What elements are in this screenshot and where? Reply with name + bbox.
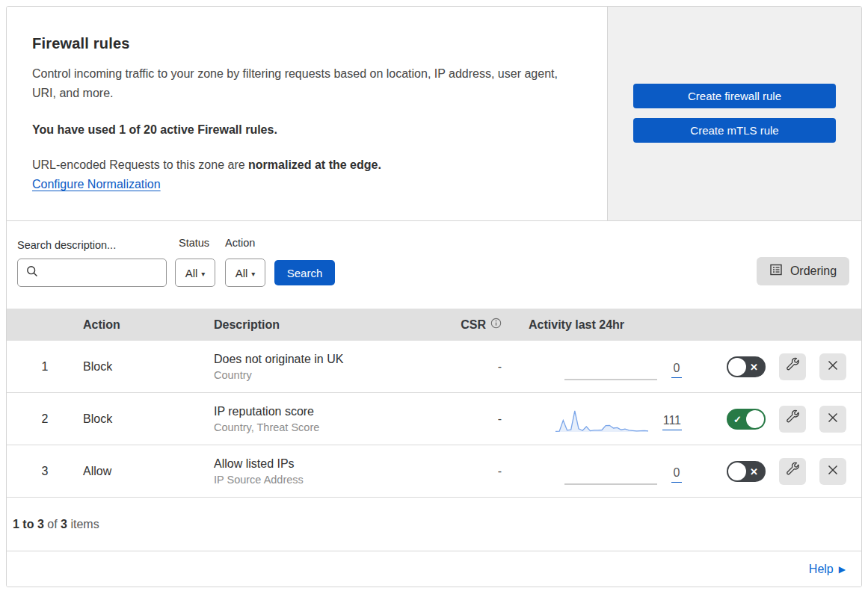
activity-count-link[interactable]: 0 — [671, 362, 682, 378]
col-csr: CSR — [449, 318, 502, 332]
activity-count-link[interactable]: 0 — [671, 466, 682, 483]
wrench-icon — [784, 409, 801, 428]
action-dropdown[interactable]: All ▾ — [225, 259, 265, 287]
rule-description: IP reputation score Country, Threat Scor… — [214, 405, 449, 433]
firewall-rules-panel: Firewall rules Control incoming traffic … — [6, 6, 862, 587]
rule-csr: - — [449, 412, 502, 426]
table-header: Action Description CSR Activity last 24h… — [7, 309, 861, 341]
search-icon — [26, 265, 38, 280]
col-description: Description — [214, 318, 449, 332]
help-bar: Help ▶ — [7, 551, 861, 587]
chevron-down-icon: ▾ — [251, 270, 255, 278]
help-link[interactable]: Help ▶ — [809, 563, 846, 576]
ordering-button[interactable]: Ordering — [757, 257, 849, 285]
rule-number: 1 — [7, 360, 83, 374]
activity-sparkline — [564, 355, 658, 385]
rule-controls: ✓ ✕ — [689, 406, 861, 433]
toggle-knob — [728, 462, 746, 480]
ordering-button-label: Ordering — [790, 264, 837, 278]
rule-activity: 0 — [502, 454, 689, 489]
wrench-icon — [784, 357, 801, 376]
close-icon — [825, 358, 840, 375]
status-label: Status — [179, 237, 209, 249]
toggle-knob — [746, 410, 764, 428]
close-icon — [825, 410, 840, 427]
rule-number: 3 — [7, 465, 83, 478]
usage-summary: You have used 1 of 20 active Firewall ru… — [32, 123, 577, 137]
header-info-card: Firewall rules Control incoming traffic … — [7, 7, 608, 220]
edit-rule-button[interactable] — [779, 406, 806, 433]
arrow-right-icon: ▶ — [839, 564, 846, 575]
delete-rule-button[interactable] — [819, 458, 846, 485]
rule-activity: 111 — [502, 401, 689, 437]
search-input[interactable] — [43, 267, 156, 279]
x-icon: ✕ — [750, 465, 758, 477]
rule-fields: Country — [214, 369, 449, 381]
activity-sparkline — [555, 407, 649, 437]
action-label: Action — [225, 237, 255, 249]
chevron-down-icon: ▾ — [201, 270, 205, 278]
table-row: 3 Allow Allow listed IPs IP Source Addre… — [7, 445, 861, 498]
rule-controls: ✓ ✕ — [689, 458, 861, 485]
rule-fields: IP Source Address — [214, 474, 449, 486]
status-dropdown-value: All — [185, 267, 198, 279]
info-icon[interactable] — [490, 318, 502, 332]
check-icon: ✓ — [733, 413, 742, 424]
page-title: Firewall rules — [32, 35, 577, 52]
col-activity: Activity last 24hr — [502, 318, 689, 332]
header-actions-panel: Create firewall rule Create mTLS rule — [608, 7, 861, 220]
rule-description: Allow listed IPs IP Source Address — [214, 457, 449, 486]
close-icon — [825, 462, 840, 480]
delete-rule-button[interactable] — [819, 406, 846, 433]
rule-csr: - — [449, 360, 502, 374]
rule-fields: Country, Threat Score — [214, 421, 449, 433]
x-icon: ✕ — [750, 361, 758, 372]
edit-rule-button[interactable] — [779, 353, 806, 380]
rule-controls: ✓ ✕ — [689, 353, 861, 380]
status-dropdown[interactable]: All ▾ — [175, 259, 215, 287]
page-description: Control incoming traffic to your zone by… — [32, 64, 559, 103]
header-section: Firewall rules Control incoming traffic … — [7, 7, 861, 221]
ordering-list-icon — [769, 263, 783, 279]
action-dropdown-value: All — [236, 267, 248, 279]
table-row: 1 Block Does not originate in UK Country… — [7, 341, 861, 393]
create-mtls-rule-button[interactable]: Create mTLS rule — [633, 118, 836, 143]
pagination-summary: 1 to 3 of 3 items — [7, 498, 861, 551]
table-row: 2 Block IP reputation score Country, Thr… — [7, 393, 861, 445]
activity-count-link[interactable]: 111 — [662, 414, 682, 430]
activity-sparkline — [564, 460, 658, 489]
rule-enabled-toggle[interactable]: ✓ ✕ — [727, 461, 766, 482]
help-label: Help — [809, 563, 834, 576]
search-field-wrap — [17, 259, 167, 287]
rule-action: Block — [83, 412, 214, 426]
rule-action: Block — [83, 360, 214, 374]
toggle-knob — [728, 358, 746, 376]
rule-csr: - — [449, 465, 502, 478]
rule-enabled-toggle[interactable]: ✓ ✕ — [727, 356, 766, 377]
search-label: Search description... — [17, 239, 116, 251]
create-firewall-rule-button[interactable]: Create firewall rule — [633, 84, 836, 108]
col-action: Action — [83, 318, 214, 332]
configure-normalization-link[interactable]: Configure Normalization — [32, 178, 161, 191]
rule-enabled-toggle[interactable]: ✓ ✕ — [727, 409, 766, 430]
edit-rule-button[interactable] — [779, 458, 806, 485]
filter-bar: Search description... Status All ▾ Actio… — [7, 221, 861, 309]
rule-action: Allow — [83, 465, 214, 478]
normalization-note: URL-encoded Requests to this zone are no… — [32, 158, 577, 172]
delete-rule-button[interactable] — [819, 353, 846, 380]
rule-activity: 0 — [502, 349, 689, 385]
search-button[interactable]: Search — [274, 260, 335, 285]
wrench-icon — [784, 462, 801, 480]
rule-number: 2 — [7, 412, 83, 426]
rule-description: Does not originate in UK Country — [214, 353, 449, 381]
